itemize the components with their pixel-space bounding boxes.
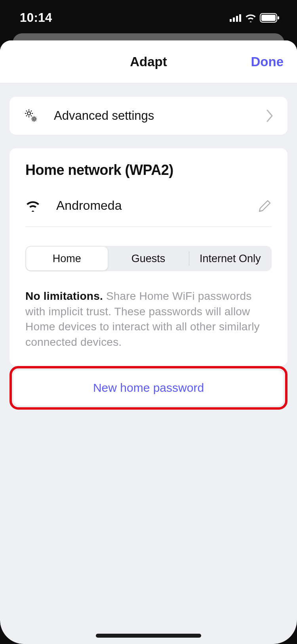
battery-icon xyxy=(260,13,280,23)
status-time: 10:14 xyxy=(20,11,52,25)
cellular-icon xyxy=(230,14,242,22)
chevron-right-icon xyxy=(266,109,274,123)
new-home-password-button[interactable]: New home password xyxy=(13,370,284,406)
annotation-highlight: New home password xyxy=(10,366,287,410)
advanced-settings-label: Advanced settings xyxy=(54,109,251,123)
status-bar: 10:14 xyxy=(0,0,297,36)
done-button[interactable]: Done xyxy=(251,54,284,69)
modal-sheet: Adapt Done Advanced settings Home networ… xyxy=(0,40,297,644)
home-network-title: Home network (WPA2) xyxy=(25,162,272,178)
svg-rect-5 xyxy=(261,15,276,21)
content-area: Advanced settings Home network (WPA2) An… xyxy=(0,83,297,410)
svg-point-8 xyxy=(33,118,35,120)
gear-icon xyxy=(23,108,39,124)
svg-rect-2 xyxy=(236,16,238,22)
wifi-icon xyxy=(25,200,40,212)
svg-point-7 xyxy=(27,112,30,115)
home-indicator[interactable] xyxy=(96,634,201,638)
access-segmented-control: Home Guests Internet Only xyxy=(25,246,272,271)
tab-home[interactable]: Home xyxy=(26,247,108,270)
tab-guests-label: Guests xyxy=(131,253,166,265)
page-title: Adapt xyxy=(130,54,167,69)
svg-rect-3 xyxy=(239,14,241,22)
wifi-icon xyxy=(245,13,257,22)
access-description: No limitations. Share Home WiFi password… xyxy=(25,289,272,366)
network-ssid-row: Andromeda xyxy=(25,178,272,227)
tab-guests[interactable]: Guests xyxy=(108,247,189,270)
status-icons xyxy=(230,13,280,23)
svg-rect-6 xyxy=(278,16,279,19)
nav-bar: Adapt Done xyxy=(0,40,297,83)
description-strong: No limitations. xyxy=(25,290,103,302)
svg-rect-1 xyxy=(233,17,235,22)
svg-rect-0 xyxy=(230,19,232,22)
tab-home-label: Home xyxy=(53,253,81,265)
tab-internet-only-label: Internet Only xyxy=(200,253,261,265)
advanced-settings-row[interactable]: Advanced settings xyxy=(10,97,287,135)
network-ssid: Andromeda xyxy=(56,198,242,213)
new-home-password-label: New home password xyxy=(93,381,204,395)
home-network-card: Home network (WPA2) Andromeda Home Guest… xyxy=(10,148,287,366)
tab-internet-only[interactable]: Internet Only xyxy=(189,247,271,270)
edit-icon[interactable] xyxy=(258,199,272,213)
